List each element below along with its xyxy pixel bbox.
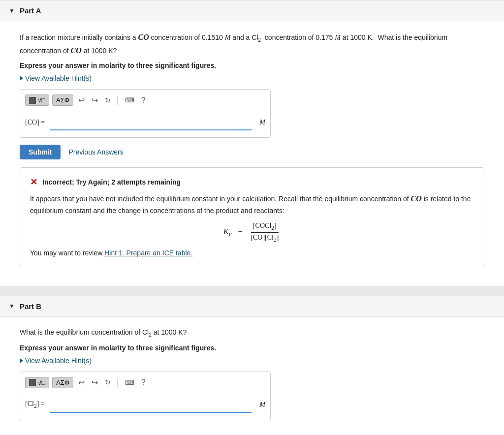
part-a-undo-button[interactable]: ↩ xyxy=(76,94,87,106)
part-a-label: Part A xyxy=(20,6,41,15)
part-a-submit-row: Submit Previous Answers xyxy=(20,145,484,159)
part-b-answer-label: [Cl2] = xyxy=(25,400,45,409)
part-b-answer-input[interactable] xyxy=(50,397,252,413)
part-b-reload-icon: ↻ xyxy=(105,378,111,386)
part-b-template-label: √□ xyxy=(38,379,45,386)
part-a-redo-button[interactable]: ↪ xyxy=(90,94,100,106)
part-b-separator: | xyxy=(117,377,119,388)
kc-label: Kc xyxy=(223,227,232,238)
part-b-help-button[interactable]: ? xyxy=(139,377,148,388)
redo-icon: ↪ xyxy=(92,96,98,104)
part-a-section: ▼ Part A If a reaction mixture initially… xyxy=(0,0,504,286)
page: ▼ Part A If a reaction mixture initially… xyxy=(0,0,504,435)
part-a-hint1-link[interactable]: Hint 1. Prepare an ICE table. xyxy=(104,249,192,257)
part-b-label: Part B xyxy=(20,302,41,311)
part-a-hint-link[interactable]: View Available Hint(s) xyxy=(20,74,484,82)
equals-sign: = xyxy=(236,228,245,238)
part-b-hint-link[interactable]: View Available Hint(s) xyxy=(20,357,484,365)
part-b-template-square-icon xyxy=(29,379,36,386)
part-a-previous-answers-link[interactable]: Previous Answers xyxy=(68,148,123,156)
part-b-chevron-icon: ▼ xyxy=(9,303,15,310)
part-b-hint-link-label: View Available Hint(s) xyxy=(25,357,92,365)
part-b-answer-row: [Cl2] = M xyxy=(25,397,265,413)
part-b-redo-button[interactable]: ↪ xyxy=(90,377,100,388)
part-a-question-text: If a reaction mixture initially contains… xyxy=(20,31,484,57)
part-b-undo-icon: ↩ xyxy=(78,378,85,387)
part-a-submit-button[interactable]: Submit xyxy=(20,145,61,159)
part-a-answer-box: √□ ΑΣΦ ↩ ↪ ↻ | ⌨ xyxy=(20,89,271,138)
part-a-help-button[interactable]: ? xyxy=(139,95,148,106)
template-square-icon xyxy=(29,97,36,104)
part-a-answer-row: [CO] = M xyxy=(25,115,265,130)
part-b-undo-button[interactable]: ↩ xyxy=(76,377,87,388)
part-a-separator: | xyxy=(117,95,119,105)
part-b-template-button[interactable]: √□ xyxy=(25,377,49,388)
part-a-feedback-body: It appears that you have not included th… xyxy=(30,192,474,216)
part-b-hint-triangle-icon xyxy=(20,358,23,363)
help-icon: ? xyxy=(141,96,146,104)
part-a-template-button[interactable]: √□ xyxy=(25,94,49,106)
part-b-reload-button[interactable]: ↻ xyxy=(103,377,113,387)
part-b-express-answer: Express your answer in molarity to three… xyxy=(20,344,484,352)
part-a-reload-button[interactable]: ↻ xyxy=(103,95,113,105)
undo-icon: ↩ xyxy=(78,96,85,104)
kc-fraction: [COCl2] [CO][Cl2] xyxy=(249,222,281,243)
part-a-greek-label: ΑΣΦ xyxy=(56,96,69,104)
part-a-incorrect-icon: ✕ xyxy=(30,177,37,187)
part-a-feedback-title: Incorrect; Try Again; 2 attempts remaini… xyxy=(42,178,181,186)
part-a-feedback-title-row: ✕ Incorrect; Try Again; 2 attempts remai… xyxy=(30,177,474,187)
part-b-redo-icon: ↪ xyxy=(92,378,98,387)
reload-icon: ↻ xyxy=(105,96,111,104)
part-a-feedback-hint: You may want to review Hint 1. Prepare a… xyxy=(30,249,474,257)
part-a-content: If a reaction mixture initially contains… xyxy=(0,21,504,286)
part-a-answer-unit: M xyxy=(259,119,265,126)
part-b-header[interactable]: ▼ Part B xyxy=(0,296,504,317)
part-a-keyboard-button[interactable]: ⌨ xyxy=(123,95,136,105)
part-a-formula: Kc = [COCl2] [CO][Cl2] xyxy=(30,222,474,243)
part-a-express-answer: Express your answer in molarity to three… xyxy=(20,62,484,69)
section-separator xyxy=(0,286,504,296)
part-b-answer-box: √□ ΑΣΦ ↩ ↪ ↻ | ⌨ xyxy=(20,372,271,420)
part-a-greek-button[interactable]: ΑΣΦ xyxy=(52,94,73,106)
part-a-hint-triangle-icon xyxy=(20,76,23,81)
part-a-toolbar: √□ ΑΣΦ ↩ ↪ ↻ | ⌨ xyxy=(25,94,265,110)
part-b-keyboard-icon: ⌨ xyxy=(125,379,134,386)
part-b-help-icon: ? xyxy=(141,378,146,386)
part-b-content: What is the equilibrium concentration of… xyxy=(0,317,504,435)
part-b-toolbar: √□ ΑΣΦ ↩ ↪ ↻ | ⌨ xyxy=(25,377,265,392)
part-a-header[interactable]: ▼ Part A xyxy=(0,0,504,21)
part-a-chevron-icon: ▼ xyxy=(9,7,15,14)
part-b-greek-label: ΑΣΦ xyxy=(56,379,69,386)
part-a-answer-input[interactable] xyxy=(50,115,252,130)
part-a-feedback-box: ✕ Incorrect; Try Again; 2 attempts remai… xyxy=(20,167,484,266)
part-b-answer-unit: M xyxy=(259,401,265,409)
part-a-answer-label: [CO] = xyxy=(25,119,45,126)
part-b-question-text: What is the equilibrium concentration of… xyxy=(20,327,484,339)
part-b-keyboard-button[interactable]: ⌨ xyxy=(123,378,136,387)
part-b-section: ▼ Part B What is the equilibrium concent… xyxy=(0,296,504,435)
part-b-greek-button[interactable]: ΑΣΦ xyxy=(52,377,73,388)
kc-denominator: [CO][Cl2] xyxy=(249,233,281,243)
part-a-template-label: √□ xyxy=(38,96,45,104)
part-a-hint-link-label: View Available Hint(s) xyxy=(25,74,92,82)
kc-numerator: [COCl2] xyxy=(251,222,279,233)
keyboard-icon: ⌨ xyxy=(125,96,134,104)
